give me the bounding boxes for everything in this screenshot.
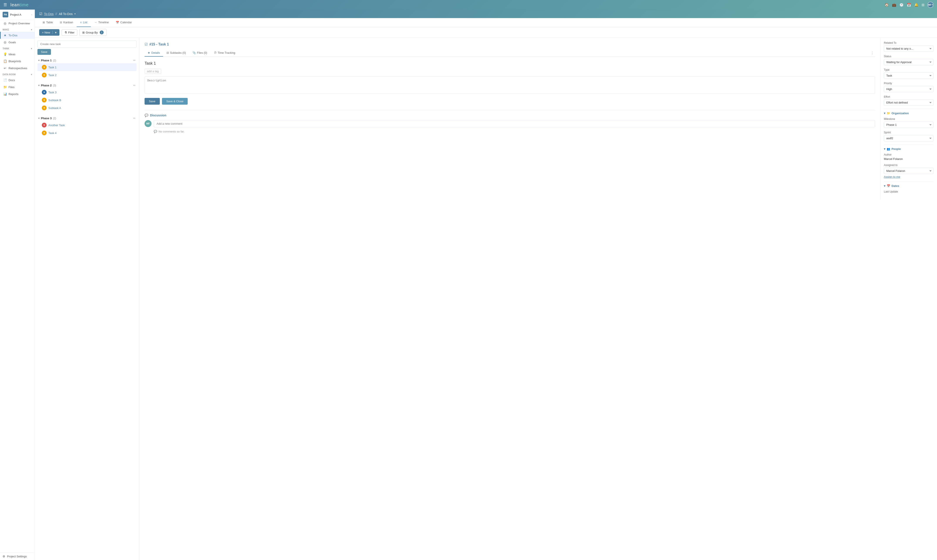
sidebar-item-retrospectives[interactable]: ↩ Retrospectives	[0, 65, 35, 72]
people-section[interactable]: ▾ 👥 People	[884, 147, 934, 151]
sidebar-section-make[interactable]: MAKE ▾	[0, 27, 35, 32]
phase-header-2[interactable]: ▾ Phase 2 (3) ✏	[37, 83, 137, 88]
phase3-chevron-icon: ▾	[38, 117, 40, 120]
phase1-edit-icon[interactable]: ✏	[133, 59, 136, 62]
sidebar-item-goals[interactable]: ◎ Goals	[0, 39, 35, 46]
milestone-label: Milestone	[884, 117, 934, 120]
task-tab-more-icon[interactable]: ⋮	[870, 50, 875, 56]
calendar-icon[interactable]: 📅	[907, 3, 911, 7]
sidebar-item-project-settings[interactable]: ⚙ Project Settings	[0, 553, 35, 560]
phase-header-1[interactable]: ▾ Phase 1 (2) ✏	[37, 57, 137, 63]
task-name-input[interactable]	[145, 60, 875, 66]
menu-icon[interactable]: ☰	[3, 2, 7, 7]
comment-input[interactable]	[154, 120, 875, 127]
grid-icon[interactable]: ⊞	[922, 3, 925, 7]
groupby-button[interactable]: ⊞ Group By 1	[79, 29, 106, 36]
sprint-select[interactable]: asdf2	[884, 135, 934, 142]
tab-calendar[interactable]: 📅 Calendar	[113, 18, 136, 27]
filter-button[interactable]: ⚗ Filter	[62, 29, 77, 36]
task-item-task1[interactable]: ▼ Task 1	[37, 63, 137, 71]
sidebar-item-ideas[interactable]: 💡 Ideas	[0, 51, 35, 58]
related-to-select[interactable]: Not related to any o...	[884, 45, 934, 52]
effort-select[interactable]: Effort not defined	[884, 99, 934, 106]
overview-icon: ◎	[3, 22, 7, 25]
breadcrumb-current[interactable]: All To-Dos	[59, 12, 73, 16]
main-layout: PA Project A › ◎ Project Overview MAKE ▾…	[0, 9, 937, 560]
task-item-subtaska[interactable]: ▼ Subtask A	[37, 104, 137, 112]
field-last-update: Last Update	[884, 190, 934, 193]
priority-label: Priority	[884, 82, 934, 85]
description-input[interactable]	[145, 76, 875, 94]
home-icon[interactable]: 🏠	[885, 3, 889, 7]
task-tab-details[interactable]: ★ Details	[145, 49, 163, 57]
create-task-input[interactable]	[37, 40, 137, 48]
field-assigned: Assigned to Marcel Folaron Assign to me	[884, 164, 934, 178]
think-chevron-icon: ▾	[31, 48, 32, 50]
create-save-button[interactable]: Save	[37, 49, 51, 55]
organization-section[interactable]: ▾ 📁 Organization	[884, 112, 934, 115]
type-select[interactable]: Task	[884, 72, 934, 79]
save-button[interactable]: Save	[145, 98, 160, 105]
add-tag-button[interactable]: add a tag	[145, 69, 161, 74]
subtaskb-title: Subtask B	[48, 98, 61, 102]
sidebar-section-dataroom[interactable]: DATA ROOM ▾	[0, 72, 35, 77]
task-tab-files[interactable]: 📎 Files (0)	[190, 49, 210, 57]
task-item-task2[interactable]: ▼ Task 2	[37, 71, 137, 79]
type-label: Type	[884, 68, 934, 71]
clock-icon[interactable]: 🕐	[899, 3, 904, 7]
assign-to-me-link[interactable]: Assign to me	[884, 175, 900, 178]
anothertask-title: Another Task	[48, 123, 65, 127]
tab-table[interactable]: ⊞ Table	[39, 18, 56, 27]
phase-group-3: ▾ Phase 3 (2) ✏ ▼ Another Task ▼ Task 4	[37, 115, 137, 137]
settings-icon: ⚙	[3, 555, 5, 558]
phase3-edit-icon[interactable]: ✏	[133, 117, 136, 120]
sidebar-section-think[interactable]: THINK ▾	[0, 46, 35, 51]
field-priority: Priority High	[884, 82, 934, 92]
task-tabs: ★ Details ⊟ Subtasks (0) 📎 Files (0)	[145, 49, 875, 57]
user-avatar[interactable]: MF ▾	[928, 2, 934, 8]
task3-title: Task 3	[48, 91, 57, 94]
phase2-edit-icon[interactable]: ✏	[133, 84, 136, 87]
task4-status-dot: ▼	[42, 131, 46, 135]
sidebar-item-docs[interactable]: 📄 Docs	[0, 77, 35, 83]
save-close-button[interactable]: Save & Close	[162, 98, 188, 105]
tab-timeline[interactable]: → Timeline	[91, 18, 113, 27]
right-panel: ☑ #15 - Task 1 ★ Details ⊟ Subtasks (0)	[139, 38, 937, 560]
priority-select[interactable]: High	[884, 86, 934, 92]
sidebar-item-reports[interactable]: 📊 Reports	[0, 91, 35, 97]
status-select[interactable]: Waiting for Approval	[884, 59, 934, 65]
subtaska-title: Subtask A	[48, 106, 61, 110]
project-chevron-icon: ›	[31, 14, 32, 16]
bell-icon[interactable]: 🔔	[914, 3, 919, 7]
task-item-task4[interactable]: ▼ Task 4	[37, 129, 137, 137]
sidebar-item-blueprints[interactable]: 📋 Blueprints	[0, 58, 35, 65]
assigned-select[interactable]: Marcel Folaron	[884, 168, 934, 174]
task-item-task3[interactable]: ▼ Task 3	[37, 88, 137, 96]
sidebar-item-project-overview[interactable]: ◎ Project Overview	[0, 20, 35, 27]
task2-status-dot: ▼	[42, 73, 46, 77]
author-value: Marcel Folaron	[884, 157, 934, 160]
task-tab-subtasks[interactable]: ⊟ Subtasks (0)	[163, 49, 189, 57]
list-icon: ≡	[80, 21, 82, 24]
field-related-to: Related To Not related to any o...	[884, 42, 934, 52]
people-chevron-icon: ▾	[884, 147, 885, 151]
tab-list[interactable]: ≡ List	[77, 18, 91, 27]
new-button[interactable]: + New ▾	[39, 29, 59, 36]
dates-section[interactable]: ▾ 📅 Dates	[884, 184, 934, 188]
left-panel: Save ▾ Phase 1 (2) ✏ ▼ T	[35, 38, 139, 560]
breadcrumb-parent[interactable]: To-Dos	[44, 12, 54, 16]
phase-header-3[interactable]: ▾ Phase 3 (2) ✏	[37, 115, 137, 121]
todos-icon: ★	[3, 34, 7, 37]
sidebar-item-files[interactable]: 📁 Files	[0, 83, 35, 91]
tab-kanban[interactable]: ⊟ Kanban	[56, 18, 77, 27]
breadcrumb-dropdown-icon[interactable]: ▾	[74, 12, 76, 15]
sidebar-item-todos[interactable]: ★ To-Dos	[0, 32, 35, 39]
make-chevron-icon: ▾	[31, 29, 32, 31]
task-item-anothertask[interactable]: ▼ Another Task	[37, 121, 137, 129]
milestone-select[interactable]: Phase 1	[884, 122, 934, 128]
reports-icon: 📊	[3, 92, 7, 96]
task-tab-timetracking[interactable]: ⏱ Time Tracking	[211, 49, 238, 57]
briefcase-icon[interactable]: 💼	[892, 3, 896, 7]
task-item-subtaskb[interactable]: ▼ Subtask B	[37, 96, 137, 104]
project-selector[interactable]: PA Project A ›	[0, 9, 35, 20]
